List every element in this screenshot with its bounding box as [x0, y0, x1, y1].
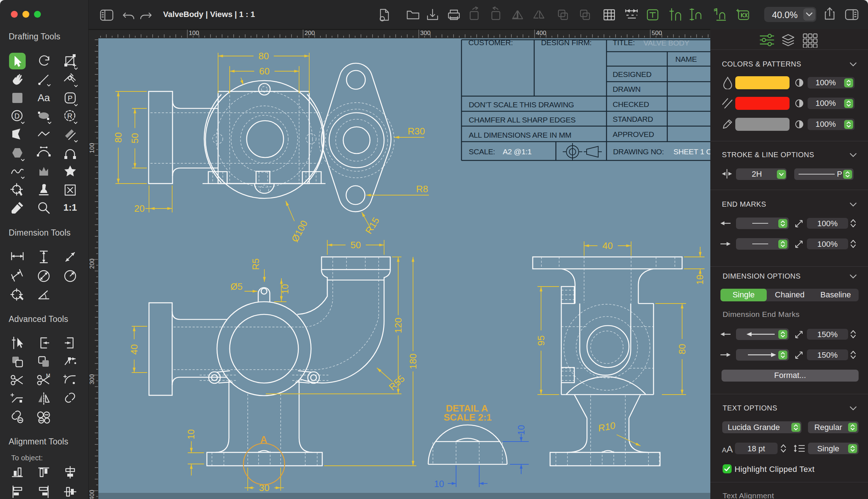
svg-text:CHAMFER ALL SHARP EDGES: CHAMFER ALL SHARP EDGES: [469, 116, 576, 124]
svg-text:SCALE:: SCALE:: [469, 147, 495, 156]
svg-text:80: 80: [677, 344, 688, 354]
svg-text:DON’T SCALE THIS DRAWING: DON’T SCALE THIS DRAWING: [469, 100, 574, 109]
svg-text:50: 50: [129, 133, 140, 143]
svg-text:DRAWN: DRAWN: [613, 85, 641, 93]
svg-text:10: 10: [516, 425, 526, 435]
svg-text:P: P: [68, 94, 72, 102]
svg-text:10: 10: [186, 429, 196, 439]
svg-text:80: 80: [259, 51, 269, 61]
svg-text:Aa: Aa: [38, 92, 50, 103]
svg-text:R8: R8: [416, 184, 428, 194]
svg-text:200: 200: [89, 259, 95, 269]
svg-text:R30: R30: [408, 126, 425, 137]
svg-text:STANDARD: STANDARD: [613, 115, 653, 123]
svg-text:100: 100: [89, 143, 95, 153]
svg-text:DESIGN FIRM:: DESIGN FIRM:: [541, 38, 592, 47]
svg-text:200: 200: [305, 30, 315, 36]
svg-text:Ø5: Ø5: [230, 281, 242, 292]
svg-text:ALL DIMENSIONS ARE IN MM: ALL DIMENSIONS ARE IN MM: [469, 131, 571, 139]
svg-text:50: 50: [350, 240, 361, 250]
svg-text:10: 10: [434, 479, 444, 489]
svg-text:400: 400: [536, 30, 546, 36]
svg-text:NAME: NAME: [675, 55, 697, 63]
svg-text:60: 60: [259, 66, 270, 77]
svg-text:VALVE BODY: VALVE BODY: [643, 39, 689, 47]
svg-text:DESIGNED: DESIGNED: [613, 70, 651, 78]
svg-text:R: R: [67, 112, 72, 120]
svg-text:D: D: [14, 112, 20, 120]
svg-text:A: A: [260, 434, 267, 445]
svg-text:40: 40: [129, 344, 140, 355]
svg-text:400: 400: [89, 490, 95, 499]
svg-text:SCALE 2:1: SCALE 2:1: [444, 412, 492, 423]
svg-text:120: 120: [393, 318, 404, 333]
svg-text:CUSTOMER:: CUSTOMER:: [468, 38, 513, 47]
svg-text:APPROVED: APPROVED: [613, 130, 654, 138]
svg-text:DRAWING NO:: DRAWING NO:: [613, 147, 664, 156]
svg-text:100: 100: [189, 30, 199, 36]
svg-text:CHECKED: CHECKED: [613, 100, 649, 108]
svg-text:180: 180: [408, 353, 418, 369]
svg-text:10: 10: [280, 284, 290, 294]
svg-text:80: 80: [113, 132, 124, 143]
svg-text:500: 500: [652, 30, 662, 36]
svg-text:A2 @1:1: A2 @1:1: [503, 147, 532, 156]
svg-text:10: 10: [695, 275, 705, 285]
svg-text:SHEET 1 OF: SHEET 1 OF: [673, 147, 710, 156]
svg-text:TITLE:: TITLE:: [613, 38, 635, 47]
svg-text:M: M: [46, 373, 50, 378]
svg-text:95: 95: [536, 335, 546, 346]
svg-text:300: 300: [89, 374, 95, 384]
svg-text:1:1: 1:1: [63, 202, 77, 213]
svg-text:20: 20: [134, 203, 145, 214]
svg-text:40: 40: [603, 240, 613, 251]
svg-text:R5: R5: [251, 258, 261, 270]
svg-text:300: 300: [420, 30, 430, 36]
